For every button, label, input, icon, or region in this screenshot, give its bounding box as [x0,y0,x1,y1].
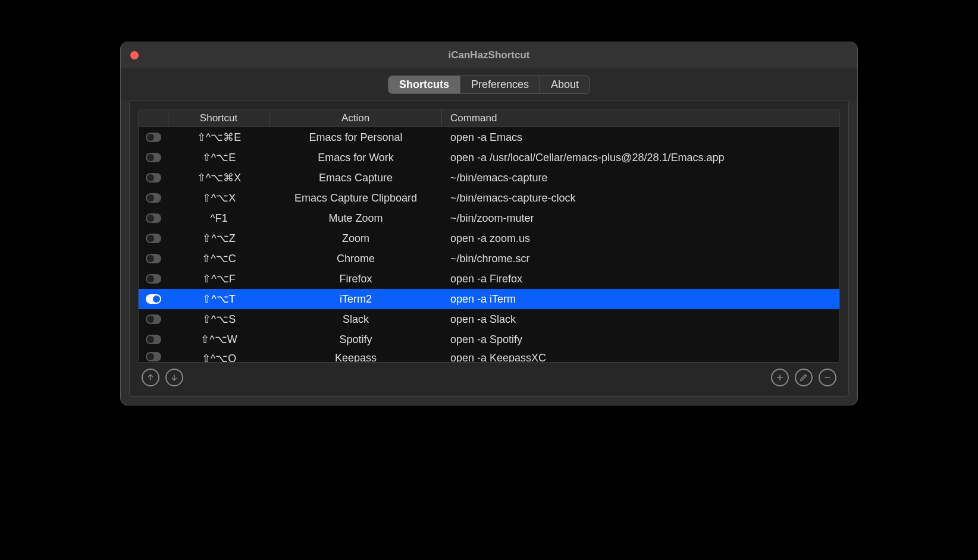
table-body: ⇧^⌥⌘EEmacs for Personalopen -a Emacs⇧^⌥E… [139,127,839,362]
pencil-icon [799,373,808,382]
traffic-lights [130,51,139,59]
row-action: Firefox [269,273,442,285]
minus-icon [823,373,832,382]
remove-button[interactable] [819,369,836,386]
arrow-up-icon [146,373,155,382]
row-shortcut: ⇧^⌥C [168,252,269,265]
row-command: open -a Firefox [442,273,839,285]
row-action: Keepass [269,352,442,362]
move-up-button[interactable] [142,369,159,386]
bottom-toolbar [138,363,840,388]
arrow-down-icon [170,373,179,382]
toggle-icon [146,274,161,284]
toggle-icon [146,314,161,324]
row-shortcut: ⇧^⌥⌘E [168,131,269,144]
row-command: open -a Slack [442,313,839,326]
plus-icon [775,373,785,382]
toggle-icon [146,193,161,203]
table-row[interactable]: ⇧^⌥TiTerm2open -a iTerm [139,289,839,309]
toggle-icon [146,254,161,263]
toggle-icon [146,335,161,344]
table-row[interactable]: ⇧^⌥EEmacs for Workopen -a /usr/local/Cel… [139,147,839,168]
row-action: iTerm2 [269,293,442,306]
tab-preferences[interactable]: Preferences [460,76,540,93]
column-header-shortcut[interactable]: Shortcut [168,109,269,127]
table-row[interactable]: ^F1Mute Zoom~/bin/zoom-muter [139,208,839,228]
toggle-icon [146,213,161,223]
row-action: Chrome [269,253,442,265]
row-action: Slack [269,313,442,326]
content-frame: Shortcut Action Command ⇧^⌥⌘EEmacs for P… [129,100,849,397]
row-toggle[interactable] [139,294,168,304]
table-row[interactable]: ⇧^⌥ZZoomopen -a zoom.us [139,228,839,248]
shortcuts-table: Shortcut Action Command ⇧^⌥⌘EEmacs for P… [138,109,840,363]
row-action: Emacs for Work [269,152,442,164]
table-row[interactable]: ⇧^⌥⌘XEmacs Capture~/bin/emacs-capture [139,168,839,188]
row-action: Spotify [269,334,442,346]
row-action: Zoom [269,232,442,245]
segmented-control: Shortcuts Preferences About [388,75,590,94]
row-command: open -a KeepassXC [442,352,839,362]
add-button[interactable] [771,369,789,386]
row-action: Emacs Capture Clipboard [269,192,442,205]
toggle-icon [146,133,161,142]
table-row[interactable]: ⇧^⌥CChrome~/bin/chrome.scr [139,248,839,269]
tab-about[interactable]: About [540,76,590,93]
table-row[interactable]: ⇧^⌥QKeepassopen -a KeepassXC [139,350,839,362]
row-toggle[interactable] [139,213,168,223]
row-shortcut: ⇧^⌥X [168,191,269,205]
row-command: open -a Emacs [442,131,839,144]
column-header-toggle[interactable] [139,109,168,127]
table-row[interactable]: ⇧^⌥SSlackopen -a Slack [139,309,839,329]
table-row[interactable]: ⇧^⌥⌘EEmacs for Personalopen -a Emacs [139,127,839,147]
tab-bar: Shortcuts Preferences About [121,68,857,100]
row-shortcut: ⇧^⌥S [168,313,269,326]
table-row[interactable]: ⇧^⌥FFirefoxopen -a Firefox [139,269,839,289]
row-toggle[interactable] [139,133,168,142]
toggle-icon [146,294,161,304]
row-command: ~/bin/emacs-capture-clock [442,192,839,205]
tab-shortcuts[interactable]: Shortcuts [388,76,460,93]
titlebar: iCanHazShortcut [121,42,857,68]
row-command: open -a Spotify [442,334,839,346]
row-shortcut: ⇧^⌥W [168,333,269,346]
row-command: ~/bin/chrome.scr [442,253,839,265]
table-row[interactable]: ⇧^⌥XEmacs Capture Clipboard~/bin/emacs-c… [139,188,839,208]
row-toggle[interactable] [139,274,168,284]
toggle-icon [146,153,161,162]
row-shortcut: ⇧^⌥⌘X [168,171,269,184]
column-header-command[interactable]: Command [442,109,839,127]
row-shortcut: ⇧^⌥F [168,272,269,285]
table-row[interactable]: ⇧^⌥WSpotifyopen -a Spotify [139,329,839,350]
window-title: iCanHazShortcut [121,49,857,61]
row-toggle[interactable] [139,173,168,183]
app-window: iCanHazShortcut Shortcuts Preferences Ab… [120,42,858,405]
table-header: Shortcut Action Command [139,109,839,127]
row-toggle[interactable] [139,314,168,324]
row-action: Emacs Capture [269,172,442,184]
row-command: open -a iTerm [442,293,839,306]
toggle-icon [146,352,161,361]
row-command: open -a zoom.us [442,232,839,245]
column-header-action[interactable]: Action [269,109,442,127]
row-shortcut: ⇧^⌥E [168,151,269,164]
row-toggle[interactable] [139,254,168,263]
row-action: Mute Zoom [269,212,442,225]
toggle-icon [146,173,161,183]
row-action: Emacs for Personal [269,131,442,144]
row-command: ~/bin/emacs-capture [442,172,839,184]
toggle-icon [146,234,161,243]
move-down-button[interactable] [165,369,183,386]
row-toggle[interactable] [139,335,168,344]
row-toggle[interactable] [139,153,168,162]
row-toggle[interactable] [139,352,168,361]
row-shortcut: ^F1 [168,212,269,225]
edit-button[interactable] [795,369,813,386]
close-icon[interactable] [130,51,139,59]
row-command: open -a /usr/local/Cellar/emacs-plus@28/… [442,152,839,164]
row-toggle[interactable] [139,234,168,243]
row-toggle[interactable] [139,193,168,203]
row-command: ~/bin/zoom-muter [442,212,839,225]
row-shortcut: ⇧^⌥Z [168,232,269,245]
row-shortcut: ⇧^⌥T [168,292,269,306]
